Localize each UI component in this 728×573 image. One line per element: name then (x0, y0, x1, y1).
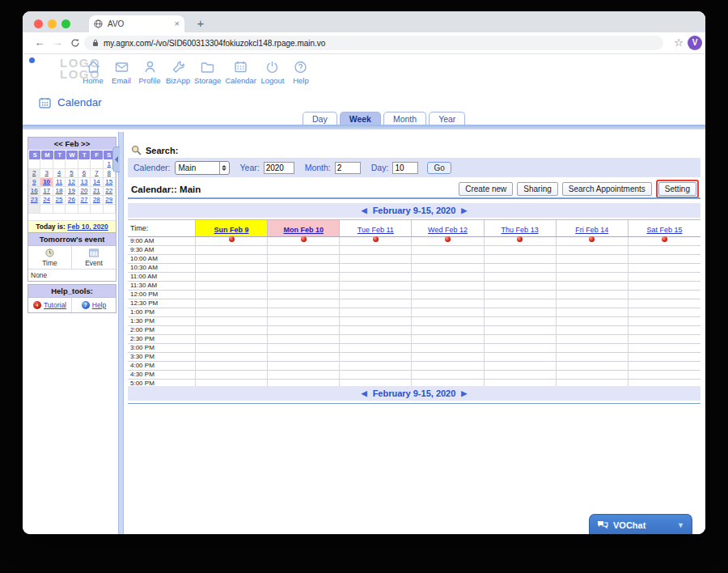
mini-cal-cell[interactable]: 15 (104, 178, 116, 187)
nav-item-calendar[interactable]: Calendar (225, 59, 256, 85)
prev-week-icon-bottom[interactable]: ◀ (362, 389, 367, 397)
mini-cal-date-link[interactable]: 13 (80, 178, 87, 185)
mini-cal-cell[interactable]: 2 (28, 169, 40, 178)
help-item[interactable]: ? Help (72, 298, 116, 312)
mini-cal-date-link[interactable]: 18 (56, 187, 63, 194)
mini-cal-cell[interactable]: 23 (28, 196, 40, 205)
browser-tab[interactable]: AVO × (89, 15, 184, 32)
forward-icon[interactable]: → (50, 36, 65, 50)
tutorial-link[interactable]: Tutorial (44, 301, 66, 309)
mini-cal-cell[interactable]: 19 (66, 187, 78, 196)
mini-cal-date-link[interactable]: 1 (108, 160, 111, 168)
mini-cal-cell[interactable]: 22 (104, 187, 116, 196)
mini-cal-cell[interactable]: 17 (40, 187, 53, 196)
calendar-select[interactable]: Main (175, 161, 230, 175)
mini-cal-cell[interactable]: 20 (78, 187, 91, 196)
mini-cal-date-link[interactable]: 21 (93, 187, 100, 194)
setting-button[interactable]: Setting (658, 182, 696, 196)
day-date-link[interactable]: Mon Feb 10 (283, 226, 324, 234)
nav-item-storage[interactable]: Storage (194, 59, 221, 85)
mini-cal-date-link[interactable]: 28 (93, 196, 100, 203)
mini-cal-date-link[interactable]: 9 (32, 178, 36, 185)
mini-cal-date-link[interactable]: 6 (83, 169, 86, 176)
tab-close-icon[interactable]: × (175, 19, 180, 28)
mini-cal-date-link[interactable]: 29 (105, 196, 112, 203)
tutorial-item[interactable]: ◖ Tutorial (28, 298, 72, 312)
search-appointments-button[interactable]: Search Appointments (562, 182, 652, 196)
mini-cal-cell[interactable]: 11 (53, 178, 66, 187)
mini-cal-cell[interactable]: 7 (91, 169, 103, 178)
prev-week-icon[interactable]: ◀ (362, 206, 367, 214)
mini-cal-date-link[interactable]: 26 (68, 196, 75, 203)
mini-cal-date-link[interactable]: 5 (70, 169, 73, 176)
tab-year[interactable]: Year (429, 112, 465, 125)
sharing-button[interactable]: Sharing (517, 182, 557, 196)
vochat-button[interactable]: VOChat ▼ (589, 514, 692, 534)
mini-cal-cell[interactable]: 28 (91, 196, 103, 205)
mini-cal-date-link[interactable]: 17 (43, 187, 50, 194)
mini-cal-cell[interactable]: 13 (78, 178, 91, 187)
mini-cal-prev[interactable]: << (54, 139, 63, 148)
mini-cal-cell[interactable]: 4 (53, 169, 66, 178)
bookmark-star-icon[interactable]: ☆ (671, 36, 686, 50)
day-input[interactable] (392, 162, 418, 174)
mini-cal-next[interactable]: >> (81, 139, 90, 148)
sidebar-collapse-handle[interactable] (112, 146, 120, 172)
day-date-link[interactable]: Sun Feb 9 (214, 226, 249, 234)
tab-day[interactable]: Day (303, 112, 337, 125)
traffic-minimize-icon[interactable] (48, 19, 57, 28)
traffic-close-icon[interactable] (34, 19, 43, 28)
refresh-icon[interactable] (68, 36, 83, 50)
mini-cal-date-link[interactable]: 27 (80, 196, 87, 203)
url-bar[interactable]: my.agnx.com/-/vo/SID600313304fokiuzokcl1… (84, 36, 663, 50)
day-date-link[interactable]: Fri Feb 14 (575, 226, 608, 234)
mini-cal-date-link[interactable]: 16 (31, 187, 38, 194)
new-tab-button[interactable]: + (193, 15, 209, 32)
profile-avatar[interactable]: V (688, 36, 702, 50)
mini-cal-cell[interactable]: 26 (66, 196, 78, 205)
mini-cal-cell[interactable]: 25 (53, 196, 66, 205)
next-week-icon-bottom[interactable]: ▶ (461, 389, 467, 397)
day-date-link[interactable]: Wed Feb 12 (428, 226, 468, 234)
mini-cal-date-link[interactable]: 22 (105, 187, 112, 194)
nav-item-home[interactable]: Home (81, 59, 105, 85)
mini-cal-date-link[interactable]: 19 (68, 187, 75, 194)
mini-cal-date-link[interactable]: 23 (31, 196, 38, 203)
mini-cal-cell[interactable]: 5 (66, 169, 78, 178)
mini-cal-cell[interactable]: 21 (91, 187, 103, 196)
create-new-button[interactable]: Create new (459, 182, 513, 196)
mini-cal-cell[interactable]: 3 (40, 169, 53, 178)
year-input[interactable] (264, 162, 294, 174)
traffic-zoom-icon[interactable] (61, 19, 70, 28)
day-date-link[interactable]: Sat Feb 15 (646, 226, 682, 234)
mini-cal-cell[interactable]: 27 (78, 196, 91, 205)
nav-item-email[interactable]: Email (109, 59, 133, 85)
mini-cal-cell[interactable]: 9 (28, 178, 40, 187)
mini-cal-date-link[interactable]: 20 (80, 187, 87, 194)
nav-item-help[interactable]: Help (289, 59, 313, 85)
browser-menu-icon[interactable]: ⋮ (703, 36, 705, 50)
mini-cal-date-link[interactable]: 8 (108, 169, 111, 176)
nav-item-profile[interactable]: Profile (138, 59, 162, 85)
month-input[interactable] (335, 162, 361, 174)
mini-cal-date-link[interactable]: 4 (57, 169, 61, 176)
mini-cal-cell[interactable]: 16 (28, 187, 40, 196)
mini-cal-date-link[interactable]: 7 (95, 169, 98, 176)
mini-cal-date-link[interactable]: 12 (68, 178, 75, 185)
mini-cal-date-link[interactable]: 25 (56, 196, 63, 203)
mini-cal-cell[interactable]: 6 (78, 169, 91, 178)
next-week-icon[interactable]: ▶ (461, 206, 467, 214)
tab-month[interactable]: Month (383, 112, 426, 125)
mini-cal-date-link[interactable]: 24 (43, 196, 50, 203)
mini-cal-cell[interactable]: 10 (40, 178, 53, 187)
mini-cal-date-link[interactable]: 15 (105, 178, 112, 185)
nav-item-bizapp[interactable]: BizApp (166, 59, 190, 85)
help-link[interactable]: Help (92, 301, 106, 309)
today-link[interactable]: Feb 10, 2020 (67, 223, 108, 231)
mini-cal-cell[interactable]: 12 (66, 178, 78, 187)
mini-cal-date-link[interactable]: 3 (44, 169, 48, 176)
nav-item-logout[interactable]: Logout (260, 59, 285, 85)
mini-cal-date-link[interactable]: 2 (32, 169, 36, 176)
mini-cal-date-link[interactable]: 14 (93, 178, 100, 185)
mini-cal-cell[interactable]: 24 (40, 196, 53, 205)
